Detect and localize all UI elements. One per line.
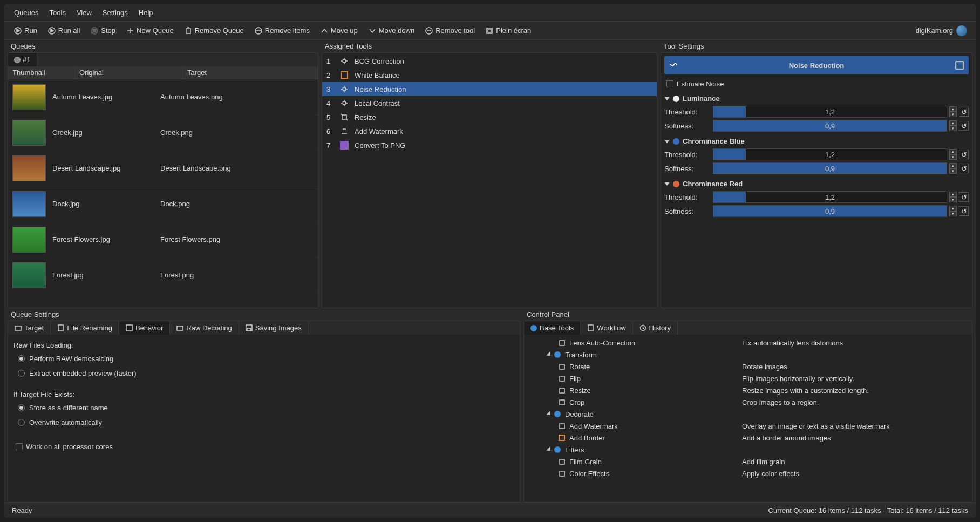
reset-button[interactable]: ↺ [959, 150, 969, 159]
tab-behavior[interactable]: Behavior [119, 321, 170, 335]
assigned-tool-row[interactable]: 6 Add Watermark [322, 124, 657, 138]
tree-category[interactable]: Decorate [526, 408, 970, 420]
menu-view[interactable]: View [71, 6, 97, 19]
remove-items-button[interactable]: Remove items [249, 24, 315, 37]
brand-link[interactable]: digiKam.org [911, 25, 971, 36]
queue-row[interactable]: Desert Landscape.jpg Desert Landscape.pn… [8, 151, 318, 186]
tree-item[interactable]: Flip Flip images horizontally or vertica… [526, 372, 970, 384]
chrom-red-section[interactable]: Chrominance Red [664, 178, 969, 190]
radio-diff-name[interactable]: Store as a different name [13, 403, 514, 413]
tab-target[interactable]: Target [8, 321, 51, 335]
lum-softness-slider[interactable]: 0,9 [713, 120, 947, 132]
spinner[interactable]: ▴▾ [949, 149, 957, 160]
svg-rect-24 [560, 388, 564, 393]
bulb-red-icon [673, 181, 679, 187]
cb-softness-slider[interactable]: 0,9 [713, 162, 947, 174]
move-down-button[interactable]: Move down [363, 24, 420, 37]
tree-node-desc: Apply color effects [742, 470, 968, 478]
spinner[interactable]: ▴▾ [949, 163, 957, 174]
tree-category[interactable]: Transform [526, 349, 970, 361]
tree-item[interactable]: Lens Auto-Correction Fix automatically l… [526, 337, 970, 349]
spinner[interactable]: ▴▾ [949, 206, 957, 216]
tree-node-desc: Rotate images. [742, 363, 968, 371]
toolbar: Run Run all Stop New Queue Remove Queue … [4, 21, 976, 40]
tree-category[interactable]: Filters [526, 444, 970, 456]
reset-button[interactable]: ↺ [959, 164, 969, 173]
tab-workflow[interactable]: Workflow [581, 321, 632, 335]
target-cell: Forest Flowers.png [158, 235, 318, 243]
assigned-tool-row[interactable]: 1 BCG Correction [322, 54, 657, 68]
fullscreen-button[interactable]: Plein écran [480, 24, 536, 37]
new-queue-button[interactable]: New Queue [121, 24, 179, 37]
col-thumbnail[interactable]: Thumbnail [8, 66, 75, 79]
tab-file-renaming[interactable]: File Renaming [51, 321, 119, 335]
menu-help[interactable]: Help [133, 6, 159, 19]
tab-raw-decoding[interactable]: Raw Decoding [170, 321, 239, 335]
tree-item[interactable]: Add Border Add a border around images [526, 432, 970, 444]
tree-item[interactable]: Film Grain Add film grain [526, 456, 970, 467]
tree-node-name: Resize [569, 387, 742, 395]
chrom-blue-section[interactable]: Chrominance Blue [664, 135, 969, 147]
col-target[interactable]: Target [183, 66, 318, 79]
assigned-tool-row[interactable]: 5 Resize [322, 110, 657, 124]
cb-threshold-slider[interactable]: 1,2 [713, 148, 947, 160]
tree-node-icon [557, 469, 566, 478]
queue-row[interactable]: Creek.jpg Creek.png [8, 115, 318, 151]
queue-row[interactable]: Dock.jpg Dock.png [8, 186, 318, 222]
queue-tab-1[interactable]: #1 [8, 53, 37, 66]
run-button[interactable]: Run [9, 24, 43, 37]
luminance-section[interactable]: Luminance [664, 92, 969, 105]
status-ready: Ready [12, 506, 32, 514]
svg-rect-21 [560, 341, 564, 345]
col-original[interactable]: Original [75, 66, 183, 79]
radio-extract[interactable]: Extract embedded preview (faster) [13, 368, 514, 378]
queue-row[interactable]: Autumn Leaves.jpg Autumn Leaves.png [8, 79, 318, 115]
all-cores-checkbox[interactable]: Work on all processor cores [13, 439, 514, 454]
spinner[interactable]: ▴▾ [949, 120, 957, 131]
estimate-noise-checkbox[interactable]: Estimate Noise [664, 77, 969, 91]
tree-item[interactable]: Crop Crop images to a region. [526, 396, 970, 408]
remove-queue-button[interactable]: Remove Queue [179, 24, 249, 37]
tool-icon [339, 126, 349, 136]
tool-icon [339, 70, 349, 80]
assigned-tool-row[interactable]: 2 White Balance [322, 68, 657, 82]
queue-row[interactable]: Forest.jpg Forest.png [8, 257, 318, 293]
tree-item[interactable]: Add Watermark Overlay an image or text a… [526, 420, 970, 432]
tool-icon [339, 112, 349, 122]
tree-item[interactable]: Rotate Rotate images. [526, 361, 970, 372]
reset-button[interactable]: ↺ [959, 206, 969, 216]
lum-threshold-slider[interactable]: 1,2 [713, 106, 947, 118]
tree-item[interactable]: Resize Resize images with a customized l… [526, 384, 970, 396]
thumbnail [12, 191, 46, 217]
reset-button[interactable]: ↺ [959, 107, 969, 117]
move-up-button[interactable]: Move up [315, 24, 363, 37]
menu-settings[interactable]: Settings [97, 6, 133, 19]
tab-saving-images[interactable]: Saving Images [239, 321, 309, 335]
expand-icon[interactable] [955, 60, 964, 70]
thumbnail [12, 227, 46, 253]
radio-overwrite[interactable]: Overwrite automatically [13, 417, 514, 428]
target-cell: Forest.png [158, 271, 318, 279]
reset-button[interactable]: ↺ [959, 121, 969, 131]
run-all-button[interactable]: Run all [43, 24, 85, 37]
menu-tools[interactable]: Tools [44, 6, 71, 19]
assigned-tool-row[interactable]: 7 Convert To PNG [322, 138, 657, 152]
status-info: Current Queue: 16 items / 112 tasks - To… [768, 506, 968, 514]
cr-threshold-slider[interactable]: 1,2 [713, 191, 947, 203]
stop-button[interactable]: Stop [85, 24, 121, 37]
cr-softness-slider[interactable]: 0,9 [713, 205, 947, 217]
tab-base-tools[interactable]: Base Tools [524, 321, 581, 335]
radio-demosaic[interactable]: Perform RAW demosaicing [13, 354, 514, 364]
reset-button[interactable]: ↺ [959, 192, 969, 202]
menu-queues[interactable]: Queues [9, 6, 44, 19]
tree-node-name: Add Border [569, 434, 742, 442]
assigned-tool-row[interactable]: 4 Local Contrast [322, 96, 657, 110]
assigned-tool-row[interactable]: 3 Noise Reduction [322, 82, 657, 96]
tree-node-desc: Add a border around images [742, 434, 968, 442]
tree-item[interactable]: Color Effects Apply color effects [526, 467, 970, 479]
tab-history[interactable]: History [633, 321, 678, 335]
spinner[interactable]: ▴▾ [949, 106, 957, 117]
queue-row[interactable]: Forest Flowers.jpg Forest Flowers.png [8, 222, 318, 257]
spinner[interactable]: ▴▾ [949, 192, 957, 202]
remove-tool-button[interactable]: Remove tool [420, 24, 480, 37]
